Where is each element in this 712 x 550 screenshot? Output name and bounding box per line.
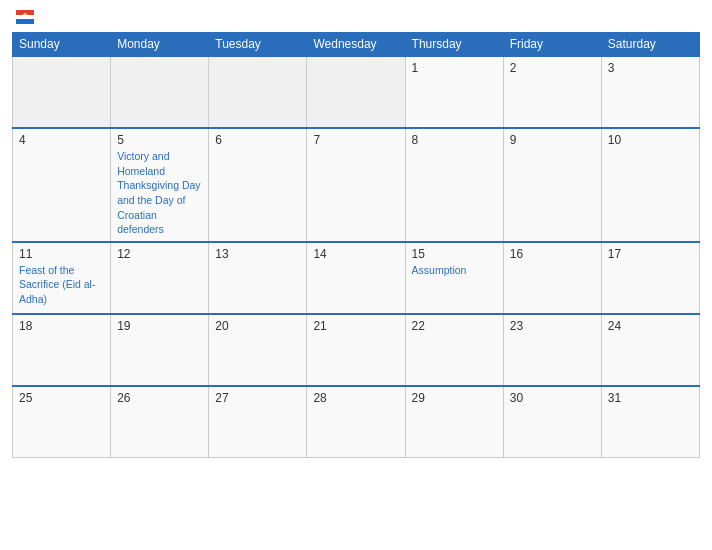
day-cell: 2 [503, 56, 601, 128]
weekday-header-sunday: Sunday [13, 33, 111, 57]
svg-rect-2 [16, 19, 34, 24]
day-number: 28 [313, 391, 398, 405]
day-number: 14 [313, 247, 398, 261]
day-number: 5 [117, 133, 202, 147]
day-number: 19 [117, 319, 202, 333]
day-cell: 16 [503, 242, 601, 314]
day-number: 20 [215, 319, 300, 333]
event-label: Victory and Homeland Thanksgiving Day an… [117, 150, 200, 235]
day-number: 26 [117, 391, 202, 405]
day-number: 13 [215, 247, 300, 261]
week-row-4: 18192021222324 [13, 314, 700, 386]
day-number: 8 [412, 133, 497, 147]
day-number: 23 [510, 319, 595, 333]
day-number: 21 [313, 319, 398, 333]
calendar-page: SundayMondayTuesdayWednesdayThursdayFrid… [0, 0, 712, 550]
day-number: 17 [608, 247, 693, 261]
logo [12, 10, 38, 24]
weekday-header-friday: Friday [503, 33, 601, 57]
day-number: 15 [412, 247, 497, 261]
day-number: 1 [412, 61, 497, 75]
week-row-3: 11Feast of the Sacrifice (Eid al-Adha)12… [13, 242, 700, 314]
event-label: Feast of the Sacrifice (Eid al-Adha) [19, 264, 95, 305]
week-row-2: 45Victory and Homeland Thanksgiving Day … [13, 128, 700, 242]
day-cell: 19 [111, 314, 209, 386]
weekday-header-row: SundayMondayTuesdayWednesdayThursdayFrid… [13, 33, 700, 57]
day-cell: 21 [307, 314, 405, 386]
day-cell: 13 [209, 242, 307, 314]
day-number: 24 [608, 319, 693, 333]
weekday-header-monday: Monday [111, 33, 209, 57]
day-cell: 27 [209, 386, 307, 458]
day-cell [307, 56, 405, 128]
weekday-header-wednesday: Wednesday [307, 33, 405, 57]
day-cell: 25 [13, 386, 111, 458]
day-cell: 23 [503, 314, 601, 386]
week-row-5: 25262728293031 [13, 386, 700, 458]
day-cell: 12 [111, 242, 209, 314]
day-number: 30 [510, 391, 595, 405]
day-number: 2 [510, 61, 595, 75]
day-cell: 22 [405, 314, 503, 386]
day-number: 7 [313, 133, 398, 147]
day-cell: 3 [601, 56, 699, 128]
day-number: 10 [608, 133, 693, 147]
day-cell: 6 [209, 128, 307, 242]
day-cell: 31 [601, 386, 699, 458]
day-cell: 30 [503, 386, 601, 458]
day-cell: 1 [405, 56, 503, 128]
day-cell [209, 56, 307, 128]
day-cell: 4 [13, 128, 111, 242]
day-cell: 8 [405, 128, 503, 242]
logo-flag-icon [16, 10, 34, 24]
day-number: 27 [215, 391, 300, 405]
day-cell: 20 [209, 314, 307, 386]
day-number: 6 [215, 133, 300, 147]
day-number: 25 [19, 391, 104, 405]
day-cell: 29 [405, 386, 503, 458]
day-cell: 17 [601, 242, 699, 314]
day-number: 9 [510, 133, 595, 147]
weekday-header-thursday: Thursday [405, 33, 503, 57]
weekday-header-saturday: Saturday [601, 33, 699, 57]
day-number: 3 [608, 61, 693, 75]
day-cell: 5Victory and Homeland Thanksgiving Day a… [111, 128, 209, 242]
day-cell: 24 [601, 314, 699, 386]
day-number: 12 [117, 247, 202, 261]
header [12, 10, 700, 24]
day-number: 18 [19, 319, 104, 333]
day-cell: 26 [111, 386, 209, 458]
day-cell: 10 [601, 128, 699, 242]
day-number: 11 [19, 247, 104, 261]
week-row-1: 123 [13, 56, 700, 128]
day-number: 22 [412, 319, 497, 333]
day-cell: 15Assumption [405, 242, 503, 314]
day-cell: 11Feast of the Sacrifice (Eid al-Adha) [13, 242, 111, 314]
day-cell [111, 56, 209, 128]
day-number: 29 [412, 391, 497, 405]
day-cell: 14 [307, 242, 405, 314]
calendar-table: SundayMondayTuesdayWednesdayThursdayFrid… [12, 32, 700, 458]
day-cell [13, 56, 111, 128]
weekday-header-tuesday: Tuesday [209, 33, 307, 57]
event-label: Assumption [412, 264, 467, 276]
day-cell: 18 [13, 314, 111, 386]
day-cell: 7 [307, 128, 405, 242]
day-number: 31 [608, 391, 693, 405]
day-cell: 28 [307, 386, 405, 458]
day-cell: 9 [503, 128, 601, 242]
day-number: 4 [19, 133, 104, 147]
day-number: 16 [510, 247, 595, 261]
